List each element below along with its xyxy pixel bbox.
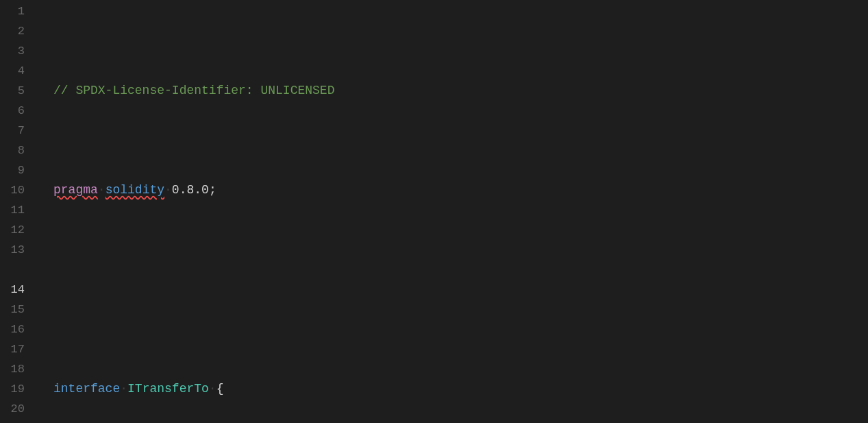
line-number: 3 [0, 41, 41, 61]
comment-text: // SPDX-License-Identifier: UNLICENSED [53, 84, 334, 97]
line-number: 14 [0, 280, 41, 300]
keyword: solidity [106, 183, 164, 197]
line-number: 9 [0, 160, 41, 180]
line-number: 15 [0, 300, 41, 319]
line-number: 10 [0, 180, 41, 200]
code-line[interactable]: // SPDX-License-Identifier: UNLICENSED [41, 81, 868, 101]
line-number: 12 [0, 220, 41, 240]
line-number: 6 [0, 101, 41, 121]
line-number [0, 260, 41, 280]
line-number: 2 [0, 21, 41, 41]
line-number: 5 [0, 81, 41, 101]
line-number: 18 [0, 359, 41, 379]
line-number: 16 [0, 319, 41, 339]
line-number-gutter: 1 2 3 4 5 6 7 8 9 10 11 12 13 14 15 16 1… [0, 0, 41, 423]
keyword: interface [53, 382, 120, 396]
code-line[interactable]: interface·ITransferTo·{ [41, 379, 868, 399]
line-number: 13 [0, 240, 41, 260]
code-area[interactable]: // SPDX-License-Identifier: UNLICENSED p… [41, 0, 868, 423]
code-line[interactable] [41, 280, 868, 300]
line-number: 8 [0, 141, 41, 160]
type-name: ITransferTo [127, 382, 209, 396]
line-number: 19 [0, 379, 41, 399]
line-number: 1 [0, 1, 41, 21]
line-number: 11 [0, 200, 41, 220]
line-number: 4 [0, 61, 41, 81]
line-number: 7 [0, 121, 41, 141]
code-editor[interactable]: 1 2 3 4 5 6 7 8 9 10 11 12 13 14 15 16 1… [0, 0, 868, 423]
code-line[interactable]: pragma·solidity·0.8.0; [41, 180, 868, 200]
line-number: 20 [0, 399, 41, 419]
line-number: 17 [0, 339, 41, 359]
keyword: pragma [53, 183, 98, 197]
version: 0.8.0 [172, 183, 209, 197]
